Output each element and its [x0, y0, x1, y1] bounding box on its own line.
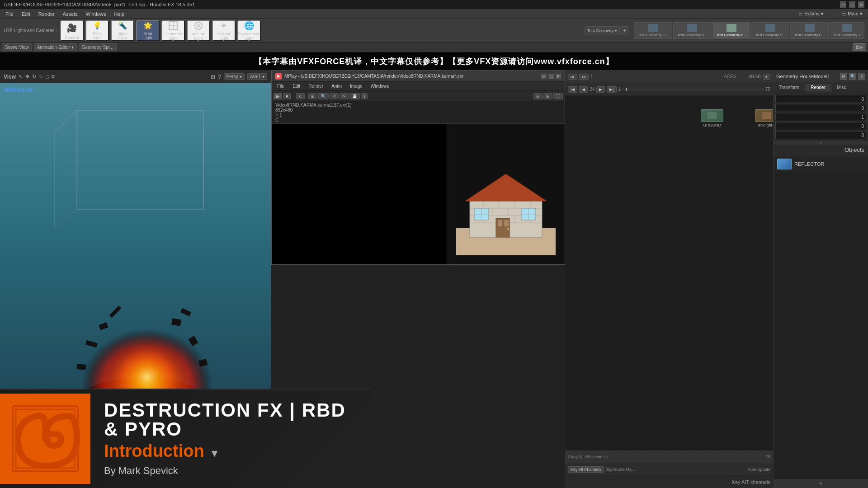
- animation-editor-btn[interactable]: Animation Editor ▾: [34, 43, 77, 51]
- volume-light-label: VolumeLight: [192, 32, 205, 41]
- viewport-options-icon[interactable]: ⊞: [211, 74, 215, 80]
- geometry-light-icon: [167, 21, 179, 31]
- ground-node[interactable]: GROUND: [701, 109, 723, 127]
- menu-edit[interactable]: Edit: [18, 10, 34, 18]
- tl-ctrl1[interactable]: ⏮: [568, 74, 577, 80]
- frame-end: 75: [765, 87, 770, 92]
- mplay-split-h[interactable]: ⊟: [533, 93, 542, 99]
- play-fwd[interactable]: ▶|: [607, 86, 616, 93]
- mplay-prev[interactable]: ⊲: [330, 93, 339, 99]
- misc-tab[interactable]: Misc: [831, 84, 852, 91]
- geometry-light-tool[interactable]: GeometryLight: [161, 20, 185, 41]
- reflector-thumb: [777, 159, 792, 169]
- node-editor-area: ⏮ ⏭ 1 ACES sRGB ▾ |◀ ◀ 24 ▶ ▶| 1 75: [565, 70, 773, 488]
- menu-assets[interactable]: Assets: [59, 10, 81, 18]
- geo-settings-icon[interactable]: ⚙: [840, 73, 847, 80]
- mplay-zoom[interactable]: 🔍: [318, 93, 329, 99]
- num-field-2[interactable]: 0: [775, 104, 866, 112]
- key-channels-bar: Key AIT channels: [565, 475, 773, 488]
- mplay-edit[interactable]: Edit: [289, 83, 304, 89]
- mplay-image[interactable]: Image: [346, 83, 366, 89]
- bbox-tool[interactable]: □: [46, 74, 49, 80]
- test-geo-add[interactable]: Test Geometry ▾: [585, 26, 620, 35]
- environment-light-tool[interactable]: 🌐 EnvironmentLight: [237, 20, 261, 41]
- add-button[interactable]: +: [621, 26, 628, 35]
- mplay-next[interactable]: ⊳: [340, 93, 349, 99]
- key-all-channels-btn[interactable]: Key All Channels: [568, 466, 604, 473]
- transform-tab[interactable]: Transform: [774, 84, 805, 91]
- promo-dropdown-icon[interactable]: ▾: [212, 447, 217, 459]
- num-field-5[interactable]: 0: [775, 131, 866, 139]
- menu-windows[interactable]: Windows: [82, 10, 110, 18]
- viewport-help-icon[interactable]: ?: [218, 74, 221, 80]
- geo-help-icon[interactable]: ?: [858, 73, 865, 80]
- mplay-anim[interactable]: Anim: [328, 83, 345, 89]
- mplay-restore[interactable]: □: [548, 74, 554, 79]
- num-field-4[interactable]: 0: [775, 122, 866, 130]
- play-start[interactable]: |◀: [568, 86, 577, 93]
- scroll-down[interactable]: ▼: [774, 479, 868, 488]
- distant-light-tool[interactable]: ☀ DistantLight: [212, 20, 236, 41]
- menu-render[interactable]: Render: [35, 10, 58, 18]
- mplay-fit[interactable]: ⊞: [308, 93, 317, 99]
- mplay-windows[interactable]: Windows: [367, 83, 393, 89]
- area-light-tool[interactable]: 🌟 AreaLight: [136, 20, 160, 41]
- play-rev-step[interactable]: ◀: [579, 86, 588, 93]
- camera-tool[interactable]: 🎥 Camera: [60, 20, 84, 41]
- solaris-dropdown[interactable]: ☰ Solaris ▾: [795, 10, 827, 18]
- close-button[interactable]: ✕: [858, 1, 864, 8]
- mplay-file[interactable]: File: [274, 83, 288, 89]
- house-model: [456, 165, 556, 255]
- mplay-play-btn[interactable]: ▶: [274, 93, 282, 99]
- menu-help[interactable]: Help: [110, 10, 128, 18]
- envlight-label: envlight1: [758, 123, 773, 127]
- mplay-render[interactable]: Render: [305, 83, 327, 89]
- resize-handle[interactable]: ≡: [774, 141, 868, 145]
- bby-btn[interactable]: bby: [853, 43, 866, 51]
- test-geo-tab-2[interactable]: Test Geometry D...: [673, 22, 712, 39]
- mplay-color-c[interactable]: C: [296, 93, 305, 99]
- point-light-tool[interactable]: 💡 PointLight: [85, 20, 109, 41]
- persp-button[interactable]: Persp ▾: [224, 73, 245, 80]
- render-tab[interactable]: Render: [805, 84, 831, 91]
- test-geo-tab-6[interactable]: Test Geometry 1: [830, 22, 864, 39]
- num-field-3[interactable]: 1: [775, 113, 866, 121]
- mplay-split-v[interactable]: ⊞: [543, 93, 552, 99]
- handle-tool[interactable]: ⧉: [52, 74, 55, 80]
- scene-view-btn[interactable]: Scene View: [2, 43, 32, 51]
- move-tool[interactable]: ✥: [25, 74, 29, 80]
- maximize-button[interactable]: □: [849, 1, 855, 8]
- geo-search-icon[interactable]: 🔍: [849, 73, 856, 80]
- geometry-spread-btn[interactable]: Geometry Spr...: [79, 43, 117, 51]
- mplay-close[interactable]: ✕: [556, 74, 561, 79]
- rotate-tool[interactable]: ↻: [32, 74, 36, 80]
- reflector-node[interactable]: REFLECTOR: [774, 157, 868, 171]
- mplay-fullscreen[interactable]: ⛶: [553, 93, 563, 99]
- minimize-button[interactable]: ─: [840, 1, 846, 8]
- area-light-icon: 🌟: [142, 21, 154, 30]
- cam1-button[interactable]: cam1 ▾: [247, 73, 267, 80]
- scale-tool[interactable]: ⤡: [39, 74, 43, 80]
- envlight-node[interactable]: envlight1: [755, 109, 773, 127]
- mplay-save[interactable]: 💾: [349, 93, 360, 99]
- select-tool[interactable]: ↖: [19, 74, 23, 80]
- play-fwd-step[interactable]: ▶: [596, 86, 605, 93]
- spot-light-tool[interactable]: 🔦 SpotLight: [111, 20, 134, 41]
- volume-light-tool[interactable]: VolumeLight: [187, 20, 210, 41]
- timeline-scrubber[interactable]: [623, 88, 764, 91]
- mplay-viewport: [272, 124, 565, 264]
- tl-ctrl2[interactable]: ⏭: [579, 74, 589, 80]
- test-geo-tab-5[interactable]: Test Geometry G...: [790, 22, 829, 39]
- menu-file[interactable]: File: [2, 10, 17, 18]
- tl-srgb-btn[interactable]: ▾: [763, 74, 770, 80]
- test-geo-tab-4[interactable]: Test Geometry S...: [751, 22, 789, 39]
- test-geo-tab-1[interactable]: Test Geometry C...: [634, 22, 672, 39]
- mplay-minimize[interactable]: ─: [541, 74, 547, 79]
- test-geo-tab-3[interactable]: Test Geometry B...: [712, 22, 750, 39]
- main-dropdown[interactable]: ☰ Main ▾: [838, 10, 866, 18]
- mplay-stop-btn[interactable]: ■: [283, 93, 291, 99]
- num-field-1[interactable]: 0: [775, 95, 866, 103]
- mplay-info[interactable]: ℹ: [361, 93, 368, 99]
- scroll-arrow: ▼: [818, 481, 823, 486]
- title-bar: l:/SIDEFX/HOUSERBD2/H18/CAMTASIA/Video8_…: [0, 0, 868, 9]
